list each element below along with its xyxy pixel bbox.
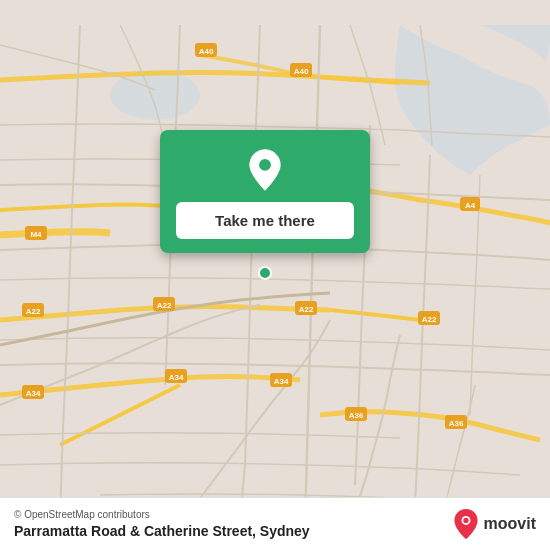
- location-name: Parramatta Road & Catherine Street, Sydn…: [14, 523, 310, 539]
- svg-text:A22: A22: [157, 301, 172, 310]
- svg-text:A36: A36: [349, 411, 364, 420]
- svg-text:A22: A22: [26, 307, 41, 316]
- moovit-logo: moovit: [452, 508, 536, 540]
- moovit-logo-pin-icon: [452, 508, 480, 540]
- osm-credit: © OpenStreetMap contributors: [14, 509, 310, 520]
- svg-rect-1: [0, 25, 550, 525]
- svg-point-33: [463, 518, 468, 523]
- svg-text:A34: A34: [274, 377, 289, 386]
- svg-point-31: [259, 159, 271, 171]
- map-container: A40 A40 A4 A4 M4 A22 A22 A22 A22 A34 A34…: [0, 0, 550, 550]
- bottom-bar: © OpenStreetMap contributors Parramatta …: [0, 497, 550, 550]
- location-card: Take me there: [160, 130, 370, 253]
- take-me-there-button[interactable]: Take me there: [176, 202, 354, 239]
- svg-point-30: [259, 267, 271, 279]
- svg-text:A22: A22: [299, 305, 314, 314]
- svg-text:M4: M4: [30, 230, 42, 239]
- svg-text:A4: A4: [465, 201, 476, 210]
- svg-text:A40: A40: [294, 67, 309, 76]
- svg-text:A22: A22: [422, 315, 437, 324]
- location-pin-icon: [243, 148, 287, 192]
- svg-text:A34: A34: [169, 373, 184, 382]
- svg-text:A40: A40: [199, 47, 214, 56]
- svg-text:A36: A36: [449, 419, 464, 428]
- svg-text:A34: A34: [26, 389, 41, 398]
- bottom-left-info: © OpenStreetMap contributors Parramatta …: [14, 509, 310, 539]
- moovit-logo-text: moovit: [484, 515, 536, 533]
- map-roads-svg: A40 A40 A4 A4 M4 A22 A22 A22 A22 A34 A34…: [0, 0, 550, 550]
